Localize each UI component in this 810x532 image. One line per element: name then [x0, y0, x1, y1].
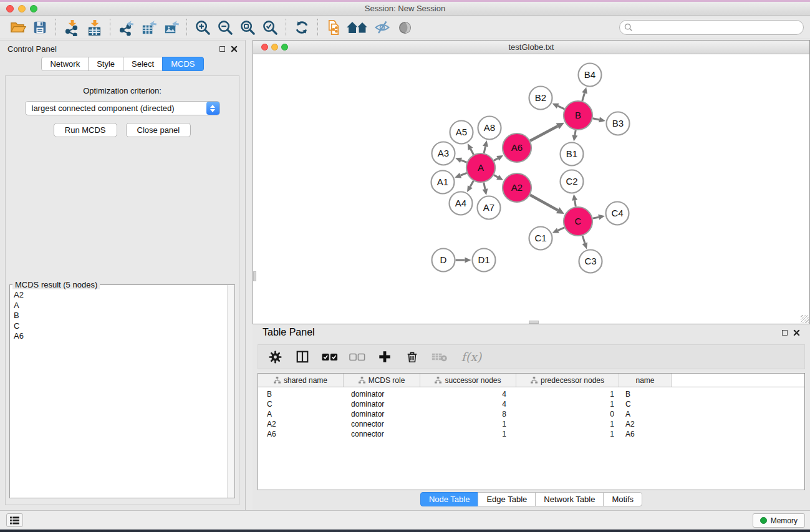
- export-image-button[interactable]: [160, 18, 182, 37]
- search-input[interactable]: [619, 20, 804, 35]
- save-session-button[interactable]: [29, 18, 51, 37]
- tab-network-table[interactable]: Network Table: [535, 492, 604, 506]
- import-network-button[interactable]: [60, 18, 83, 37]
- show-columns-button[interactable]: [294, 347, 311, 366]
- tab-motifs[interactable]: Motifs: [603, 492, 642, 506]
- canvas-left-handle[interactable]: [253, 271, 256, 281]
- task-history-button[interactable]: [6, 513, 23, 527]
- export-network-button[interactable]: [115, 18, 137, 37]
- edge-C-C1[interactable]: [558, 228, 564, 231]
- minimize-window-button[interactable]: [18, 5, 26, 12]
- close-panel-icon[interactable]: [793, 329, 800, 336]
- edge-B-B4[interactable]: [582, 93, 585, 101]
- show-details-button[interactable]: [393, 18, 416, 37]
- edge-A2-C[interactable]: [530, 195, 558, 211]
- float-panel-icon[interactable]: [782, 330, 788, 336]
- float-panel-icon[interactable]: [219, 46, 225, 52]
- edge-B-B1[interactable]: [575, 130, 576, 135]
- network-canvas-area[interactable]: ABCA6A2A5A8A3A1A4A7B2B4B3B1C2C4C1C3DD1: [253, 54, 809, 324]
- column-header-name[interactable]: name: [619, 374, 672, 387]
- edge-B-B2[interactable]: [558, 106, 565, 109]
- graph-node-C1[interactable]: C1: [529, 227, 552, 250]
- delete-table-button[interactable]: [432, 347, 448, 366]
- window-titlebar[interactable]: Session: New Session: [0, 2, 810, 16]
- graph-node-A2[interactable]: A2: [503, 173, 531, 202]
- edge-A6-B[interactable]: [530, 126, 557, 140]
- table-settings-button[interactable]: [267, 347, 283, 366]
- graph-node-A8[interactable]: A8: [478, 117, 501, 140]
- window-resize-grip[interactable]: [801, 315, 809, 323]
- criterion-select[interactable]: largest connected component (directed): [25, 101, 220, 115]
- zoom-out-button[interactable]: [214, 18, 236, 37]
- graph-node-B3[interactable]: B3: [607, 112, 630, 135]
- result-item[interactable]: A: [14, 301, 226, 311]
- tab-network[interactable]: Network: [41, 57, 89, 71]
- canvas-bottom-handle[interactable]: [529, 321, 539, 324]
- result-item[interactable]: B: [14, 311, 226, 321]
- edge-A-A6[interactable]: [494, 158, 498, 160]
- column-header-mcds-role[interactable]: MCDS role: [344, 374, 420, 387]
- graph-node-D1[interactable]: D1: [473, 249, 496, 272]
- column-header-successor-nodes[interactable]: successor nodes: [420, 374, 516, 387]
- edge-A-A8[interactable]: [484, 147, 485, 153]
- node-table[interactable]: shared name MCDS role successor nodes pr…: [258, 373, 805, 490]
- result-scrollbar[interactable]: [227, 285, 234, 498]
- zoom-selected-button[interactable]: [259, 18, 281, 37]
- zoom-in-button[interactable]: [191, 18, 214, 37]
- home-view-button[interactable]: [345, 18, 371, 37]
- graph-node-A6[interactable]: A6: [503, 133, 531, 162]
- result-item[interactable]: A2: [14, 290, 226, 301]
- unselect-all-columns-button[interactable]: [349, 347, 365, 366]
- edge-C-C2[interactable]: [575, 200, 576, 206]
- network-minimize-button[interactable]: [271, 44, 278, 51]
- graph-node-C4[interactable]: C4: [606, 202, 629, 225]
- tab-style[interactable]: Style: [88, 57, 123, 71]
- import-table-button[interactable]: [83, 18, 105, 37]
- export-table-button[interactable]: [137, 18, 160, 37]
- table-row[interactable]: Cdominator41C: [258, 399, 804, 409]
- graph-node-D[interactable]: D: [432, 249, 455, 272]
- graph-node-B1[interactable]: B1: [561, 143, 584, 166]
- duplicate-network-button[interactable]: [322, 18, 345, 37]
- graph-node-A[interactable]: A: [466, 153, 495, 182]
- graph-node-A7[interactable]: A7: [478, 196, 501, 220]
- tab-node-table[interactable]: Node Table: [420, 492, 479, 506]
- table-row[interactable]: A6connector11A6: [258, 429, 804, 439]
- graph-node-A4[interactable]: A4: [450, 192, 473, 215]
- close-panel-icon[interactable]: [231, 46, 238, 52]
- memory-button[interactable]: Memory: [753, 513, 805, 528]
- open-session-button[interactable]: [6, 18, 29, 37]
- close-panel-button[interactable]: Close panel: [126, 123, 191, 137]
- graph-node-C3[interactable]: C3: [579, 250, 602, 273]
- graph-node-B2[interactable]: B2: [529, 87, 552, 110]
- graph-node-A5[interactable]: A5: [450, 121, 473, 144]
- edge-A-A2[interactable]: [494, 175, 498, 177]
- column-header-predecessor-nodes[interactable]: predecessor nodes: [516, 374, 619, 387]
- run-mcds-button[interactable]: Run MCDS: [54, 123, 117, 137]
- tab-select[interactable]: Select: [123, 57, 163, 71]
- graph-node-C2[interactable]: C2: [561, 170, 584, 193]
- network-window-titlebar[interactable]: testGlobe.txt: [253, 41, 809, 54]
- network-canvas[interactable]: ABCA6A2A5A8A3A1A4A7B2B4B3B1C2C4C1C3DD1: [253, 54, 809, 324]
- tab-mcds[interactable]: MCDS: [162, 57, 203, 71]
- graph-node-C[interactable]: C: [564, 207, 592, 236]
- table-row[interactable]: Adominator80A: [258, 409, 804, 419]
- zoom-window-button[interactable]: [30, 5, 37, 12]
- graph-node-B[interactable]: B: [564, 101, 592, 130]
- edge-A-A1[interactable]: [461, 173, 467, 175]
- result-item[interactable]: C: [14, 321, 226, 332]
- edge-B-B3[interactable]: [593, 118, 600, 120]
- result-item[interactable]: A6: [14, 331, 226, 342]
- table-row[interactable]: A2connector11A2: [258, 419, 804, 429]
- graph-node-A1[interactable]: A1: [432, 171, 455, 194]
- network-close-button[interactable]: [261, 44, 268, 51]
- network-zoom-button[interactable]: [281, 44, 288, 51]
- close-window-button[interactable]: [6, 5, 14, 12]
- graph-node-B4[interactable]: B4: [579, 64, 602, 87]
- delete-columns-button[interactable]: [404, 347, 420, 366]
- edge-A-A7[interactable]: [484, 183, 485, 190]
- edge-A-A5[interactable]: [471, 149, 474, 155]
- hide-details-button[interactable]: [371, 18, 393, 37]
- edge-C-C4[interactable]: [593, 217, 599, 218]
- zoom-fit-button[interactable]: [236, 18, 259, 37]
